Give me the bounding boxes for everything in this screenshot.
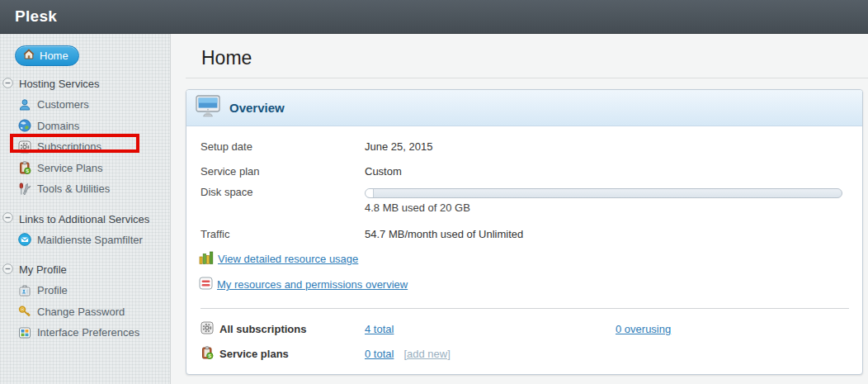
sidebar-item-tools-utilities[interactable]: Tools & Utilities [0, 178, 170, 200]
service-plans-icon: S [200, 346, 214, 362]
plesk-logo[interactable]: Plesk [15, 7, 57, 26]
monitor-icon [196, 95, 220, 121]
section-title: Links to Additional Services [19, 213, 149, 225]
svg-text:S: S [209, 353, 212, 358]
summary-label-cell: All subscriptions [200, 321, 365, 337]
person-icon [18, 98, 31, 111]
link-row-resource-usage: View detailed resource usage [186, 246, 862, 272]
summary-row-service-plans: S Service plans 0 total [add new] [186, 341, 862, 366]
field-value: Custom [365, 165, 402, 178]
sidebar-item-label: Profile [37, 284, 68, 296]
disk-usage-column: 4.8 MB used of 20 GB [365, 186, 862, 214]
sidebar-item-change-password[interactable]: Change Password [0, 301, 170, 323]
field-row-traffic: Traffic 54.7 MB/month used of Unlimited [186, 221, 862, 246]
main-content: Home Overview Setup date June 25, 2015 S… [171, 34, 868, 384]
disk-usage-progress-fill [366, 189, 374, 197]
field-label: Traffic [200, 228, 365, 240]
subscriptions-icon [200, 321, 214, 337]
svg-text:S: S [26, 168, 30, 173]
home-button-label: Home [40, 50, 68, 62]
service-plans-icon: S [18, 161, 31, 174]
title-divider [186, 78, 868, 78]
field-label: Setup date [200, 140, 365, 153]
section-title: My Profile [19, 263, 67, 276]
summary-label: All subscriptions [219, 323, 306, 335]
section-header-additional-services[interactable]: Links to Additional Services [0, 209, 170, 230]
subscriptions-icon [18, 140, 31, 154]
view-detailed-resource-usage-link[interactable]: View detailed resource usage [218, 253, 358, 265]
home-icon [23, 49, 35, 63]
sidebar-item-label: Service Plans [37, 162, 102, 174]
disk-usage-caption: 4.8 MB used of 20 GB [365, 201, 842, 214]
id-card-icon [18, 284, 31, 297]
topbar: Plesk [0, 0, 868, 34]
subscriptions-total-link[interactable]: 4 total [365, 323, 394, 335]
sidebar-item-label: Subscriptions [37, 140, 101, 153]
sidebar-item-subscriptions[interactable]: Subscriptions [0, 136, 170, 158]
summary-links-cell: 4 total [365, 323, 616, 335]
summary-row-all-subscriptions: All subscriptions 4 total 0 overusing [186, 316, 862, 341]
sidebar-item-label: Domains [37, 120, 79, 132]
field-label: Service plan [200, 165, 365, 178]
sidebar-item-service-plans[interactable]: S Service Plans [0, 158, 170, 179]
sidebar-item-label: Maildienste Spamfilter [37, 234, 143, 246]
sidebar-item-label: Tools & Utilities [37, 183, 110, 195]
sidebar-item-label: Customers [37, 98, 89, 111]
field-label: Disk space [200, 186, 365, 198]
sidebar-section-my-profile: My Profile Profile Change Password Inter… [0, 259, 170, 344]
home-button[interactable]: Home [15, 45, 79, 66]
sidebar-item-interface-preferences[interactable]: Interface Preferences [0, 322, 170, 344]
sidebar-item-label: Interface Preferences [37, 326, 139, 339]
field-value: 54.7 MB/month used of Unlimited [365, 228, 523, 240]
sidebar-item-domains[interactable]: Domains [0, 116, 170, 137]
overview-panel-body: Setup date June 25, 2015 Service plan Cu… [186, 126, 862, 374]
service-plans-total-link[interactable]: 0 total [365, 348, 394, 360]
bar-chart-icon [199, 251, 214, 267]
service-plans-add-new-link[interactable]: [add new] [403, 348, 450, 360]
field-value: June 25, 2015 [365, 140, 432, 153]
subscriptions-overusing-link[interactable]: 0 overusing [616, 323, 671, 335]
field-row-service-plan: Service plan Custom [186, 159, 862, 183]
sidebar-section-additional-services: Links to Additional Services Maildienste… [0, 209, 170, 251]
my-resources-permissions-link[interactable]: My resources and permissions overview [217, 278, 408, 291]
key-icon [18, 305, 31, 318]
collapse-icon [2, 263, 13, 277]
sidebar-item-label: Change Password [37, 306, 125, 318]
section-header-my-profile[interactable]: My Profile [0, 259, 170, 280]
summary-label: Service plans [219, 348, 289, 360]
grid-icon [18, 326, 31, 339]
field-row-setup-date: Setup date June 25, 2015 [186, 134, 862, 159]
overview-panel-header: Overview [186, 90, 862, 126]
collapse-icon [2, 212, 13, 225]
sidebar-item-profile[interactable]: Profile [0, 280, 170, 301]
mail-circle-icon [18, 233, 31, 246]
overview-title: Overview [229, 101, 285, 115]
field-row-disk-space: Disk space 4.8 MB used of 20 GB [186, 183, 862, 221]
sidebar: Home Hosting Services Customers Domain [0, 34, 171, 384]
summary-divider [200, 308, 849, 309]
resources-list-icon [199, 277, 213, 292]
sidebar-item-customers[interactable]: Customers [0, 94, 170, 116]
sidebar-section-hosting-services: Hosting Services Customers Domains Subsc… [0, 73, 170, 200]
page-title: Home [201, 47, 868, 69]
sidebar-item-maildienste-spamfilter[interactable]: Maildienste Spamfilter [0, 230, 170, 251]
tools-icon [18, 183, 31, 196]
disk-usage-progress-bar [365, 188, 842, 198]
summary-links-cell: 0 total [add new] [365, 348, 616, 360]
collapse-icon [2, 78, 13, 91]
section-title: Hosting Services [19, 78, 100, 90]
overview-panel: Overview Setup date June 25, 2015 Servic… [186, 89, 863, 375]
globe-icon [18, 119, 31, 132]
link-row-resources-permissions: My resources and permissions overview [186, 272, 862, 297]
summary-label-cell: S Service plans [200, 346, 365, 362]
section-header-hosting-services[interactable]: Hosting Services [0, 73, 170, 94]
